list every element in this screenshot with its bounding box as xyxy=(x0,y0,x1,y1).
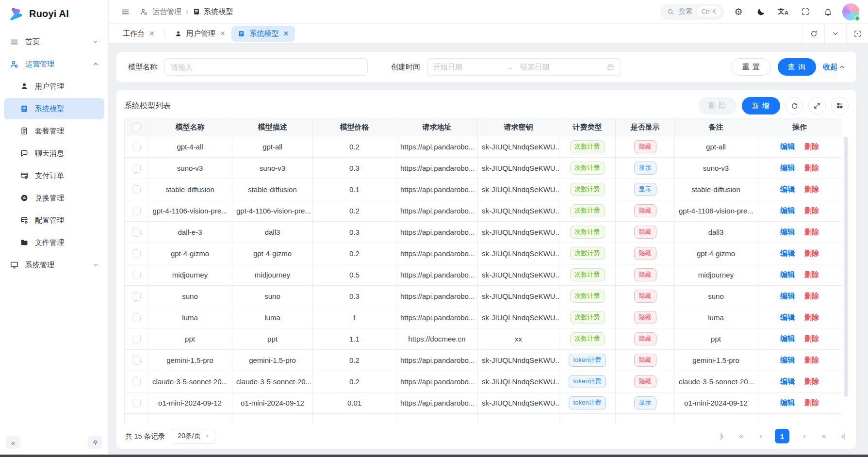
tab-user-management[interactable]: 用户管理 ✕ xyxy=(168,26,232,42)
settings-gear-icon[interactable]: ⚙ xyxy=(731,4,746,19)
pager-first-button[interactable]: |‹ xyxy=(717,431,726,441)
user-avatar[interactable] xyxy=(842,3,859,20)
delete-link[interactable]: 删除 xyxy=(804,334,819,343)
row-checkbox[interactable] xyxy=(132,335,141,343)
delete-link[interactable]: 删除 xyxy=(804,377,819,385)
delete-link[interactable]: 删除 xyxy=(804,142,819,150)
fullscreen-icon[interactable] xyxy=(798,4,813,19)
sidebar-pin-icon[interactable] xyxy=(88,436,102,449)
add-button[interactable]: 新 增 xyxy=(742,97,780,114)
sidebar-item-home[interactable]: 首页 xyxy=(4,31,104,52)
delete-link[interactable]: 删除 xyxy=(804,398,819,407)
sidebar-item-config-management[interactable]: 配置管理 xyxy=(4,210,104,231)
row-checkbox[interactable] xyxy=(132,143,141,151)
row-checkbox[interactable] xyxy=(132,356,141,365)
column-settings-icon[interactable] xyxy=(831,97,849,114)
edit-link[interactable]: 编辑 xyxy=(780,356,795,364)
pager-fast-prev-button[interactable]: « xyxy=(736,431,746,441)
batch-delete-button[interactable]: 删 除 xyxy=(698,97,737,114)
edit-link[interactable]: 编辑 xyxy=(780,270,795,278)
chat-bubble-icon xyxy=(19,149,29,158)
edit-link[interactable]: 编辑 xyxy=(780,249,795,257)
table-vertical-scrollbar[interactable] xyxy=(844,137,848,423)
collapse-filter-link[interactable]: 收起 xyxy=(823,63,845,72)
edit-link[interactable]: 编辑 xyxy=(780,206,795,214)
delete-link[interactable]: 删除 xyxy=(804,356,819,364)
row-checkbox[interactable] xyxy=(132,313,141,322)
reset-button[interactable]: 重 置 xyxy=(732,58,771,76)
notifications-bell-icon[interactable] xyxy=(820,4,835,19)
refresh-icon[interactable] xyxy=(786,97,803,114)
delete-link[interactable]: 删除 xyxy=(804,185,819,193)
cell-model-desc: gpt-4-gizmo xyxy=(232,243,313,264)
pager-current-page[interactable]: 1 xyxy=(775,429,789,443)
focus-mode-icon[interactable] xyxy=(846,24,868,43)
sidebar-item-user-management[interactable]: 用户管理 xyxy=(4,76,104,97)
close-icon[interactable]: ✕ xyxy=(220,30,226,37)
row-checkbox[interactable] xyxy=(132,228,141,237)
model-name-input[interactable] xyxy=(164,58,368,76)
breadcrumb-item[interactable]: 运营管理 xyxy=(152,7,181,16)
sidebar-group-system[interactable]: 系统管理 xyxy=(4,254,104,276)
hamburger-menu-icon[interactable] xyxy=(117,4,133,19)
row-checkbox[interactable] xyxy=(132,164,141,173)
expand-icon[interactable] xyxy=(808,97,826,114)
sidebar-item-label: 系统模型 xyxy=(35,104,64,114)
edit-link[interactable]: 编辑 xyxy=(780,185,795,193)
close-icon[interactable]: ✕ xyxy=(149,30,155,37)
delete-link[interactable]: 删除 xyxy=(804,163,819,172)
table-row: claude-3-5-sonnet-20... claude-3-5-sonne… xyxy=(125,371,842,392)
row-checkbox[interactable] xyxy=(132,207,141,215)
cell-actions: 编辑 删除 xyxy=(757,264,842,286)
pager-prev-button[interactable]: ‹ xyxy=(755,431,765,441)
delete-link[interactable]: 删除 xyxy=(804,228,819,236)
row-checkbox[interactable] xyxy=(132,271,141,279)
delete-link[interactable]: 删除 xyxy=(804,313,819,321)
pager-fast-next-button[interactable]: » xyxy=(819,431,828,441)
sidebar-collapse-button[interactable]: « xyxy=(6,436,20,449)
close-icon[interactable]: ✕ xyxy=(283,30,289,37)
cell-model-desc: gpt-all xyxy=(232,136,313,158)
edit-link[interactable]: 编辑 xyxy=(780,142,795,150)
table-panel: 系统模型列表 删 除 新 增 xyxy=(116,90,856,449)
page-size-select[interactable]: 20条/页 ▼ xyxy=(172,429,215,444)
row-checkbox[interactable] xyxy=(132,249,141,258)
edit-link[interactable]: 编辑 xyxy=(780,163,795,172)
translate-icon[interactable]: 文A xyxy=(775,4,791,19)
date-range-picker[interactable]: 开始日期 → 结束日期 xyxy=(427,58,621,76)
delete-link[interactable]: 删除 xyxy=(804,206,819,214)
app-logo[interactable]: Ruoyi AI xyxy=(0,0,108,27)
row-checkbox[interactable] xyxy=(132,185,141,194)
cell-visible: 显示 xyxy=(616,179,675,200)
refresh-icon[interactable] xyxy=(802,24,824,43)
delete-link[interactable]: 删除 xyxy=(804,270,819,278)
sidebar-item-exchange-management[interactable]: 兑换管理 xyxy=(4,187,104,209)
sidebar-item-chat-messages[interactable]: 聊天消息 xyxy=(4,143,104,164)
delete-link[interactable]: 删除 xyxy=(804,249,819,257)
tab-system-model[interactable]: 系统模型 ✕ xyxy=(231,26,295,42)
row-checkbox[interactable] xyxy=(132,377,141,386)
edit-link[interactable]: 编辑 xyxy=(780,334,795,343)
dark-mode-moon-icon[interactable] xyxy=(753,4,769,19)
tab-workbench[interactable]: 工作台 ✕ xyxy=(116,26,161,42)
edit-link[interactable]: 编辑 xyxy=(780,228,795,236)
edit-link[interactable]: 编辑 xyxy=(780,292,795,300)
edit-link[interactable]: 编辑 xyxy=(780,398,795,407)
sidebar: Ruoyi AI 首页 运营管理 xyxy=(0,0,109,455)
sidebar-item-file-management[interactable]: 文件管理 xyxy=(4,232,104,253)
edit-link[interactable]: 编辑 xyxy=(780,377,795,385)
row-checkbox[interactable] xyxy=(132,292,141,301)
pager-next-button[interactable]: › xyxy=(799,431,809,441)
edit-link[interactable]: 编辑 xyxy=(780,313,795,321)
sidebar-item-package-management[interactable]: 套餐管理 xyxy=(4,120,104,142)
sidebar-group-operations[interactable]: 运营管理 xyxy=(4,53,104,75)
row-checkbox[interactable] xyxy=(132,399,141,408)
sidebar-item-payment-orders[interactable]: 支付订单 xyxy=(4,165,104,186)
delete-link[interactable]: 删除 xyxy=(804,292,819,300)
pager-last-button[interactable]: ›| xyxy=(838,431,848,441)
sidebar-item-system-model[interactable]: 系统模型 xyxy=(4,98,104,119)
search-button[interactable]: 查 询 xyxy=(778,58,816,76)
select-all-checkbox[interactable] xyxy=(132,123,141,132)
chevron-down-icon[interactable] xyxy=(824,24,846,43)
global-search[interactable]: 搜索 Ctrl K xyxy=(660,4,724,20)
